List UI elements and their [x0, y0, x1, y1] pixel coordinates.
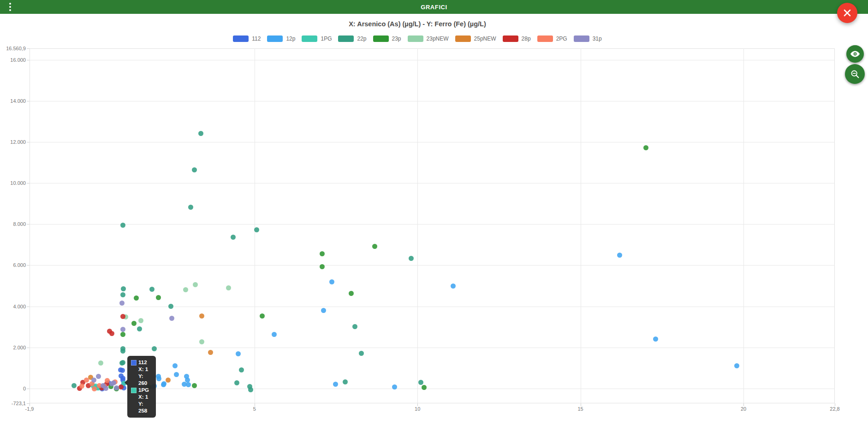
- data-point-112[interactable]: [119, 373, 124, 378]
- data-point-12p[interactable]: [392, 384, 397, 390]
- data-point-31p[interactable]: [119, 301, 125, 306]
- data-point-28p[interactable]: [109, 331, 114, 336]
- legend-label: 25pNEW: [474, 35, 496, 42]
- legend-item-12p[interactable]: 12p: [267, 35, 295, 42]
- data-point-22p[interactable]: [239, 367, 244, 372]
- data-point-22p[interactable]: [137, 326, 142, 331]
- tooltip-y-value: Y: 258: [131, 401, 152, 414]
- data-point-12p[interactable]: [236, 351, 241, 356]
- y-tick-mark: [27, 142, 30, 142]
- y-tick-mark: [27, 183, 30, 183]
- tooltip-series-row: 112: [131, 359, 152, 366]
- legend-label: 22p: [357, 35, 366, 42]
- x-tick-label: 5: [241, 406, 268, 412]
- data-point-23p[interactable]: [120, 332, 125, 337]
- header-bar: GRAFICI: [0, 0, 868, 14]
- tooltip-x-value: X: 1: [131, 366, 152, 373]
- legend-item-25pNEW[interactable]: 25pNEW: [455, 35, 496, 42]
- data-point-23pNEW[interactable]: [98, 360, 103, 366]
- data-point-31p[interactable]: [114, 385, 119, 390]
- data-point-22p[interactable]: [409, 256, 414, 261]
- data-point-22p[interactable]: [149, 287, 155, 292]
- data-point-12p[interactable]: [333, 382, 338, 387]
- y-tick-label: 16.000: [0, 57, 26, 63]
- y-tick-label: 2.000: [0, 345, 26, 350]
- y-tick-label: 10.000: [0, 180, 26, 186]
- data-point-23pNEW[interactable]: [199, 339, 204, 344]
- data-point-22p[interactable]: [120, 360, 125, 365]
- legend-item-22p[interactable]: 22p: [338, 35, 366, 42]
- zoom-out-button[interactable]: [845, 64, 865, 84]
- legend-label: 2PG: [556, 35, 567, 42]
- legend-swatch: [408, 35, 423, 42]
- y-tick-mark: [27, 101, 30, 101]
- data-point-12p[interactable]: [272, 332, 277, 337]
- data-point-23p[interactable]: [260, 313, 265, 319]
- legend-swatch: [233, 35, 249, 42]
- legend-item-2PG[interactable]: 2PG: [537, 35, 567, 42]
- data-point-12p[interactable]: [185, 378, 190, 383]
- show-hide-button[interactable]: [846, 45, 864, 63]
- data-point-23p[interactable]: [643, 145, 648, 150]
- tooltip-series-name: 1PG: [138, 387, 149, 394]
- data-point-12p[interactable]: [172, 363, 178, 368]
- x-tick-label: 15: [567, 406, 595, 412]
- horizontal-gridline: [30, 265, 835, 266]
- y-tick-label: 14.000: [0, 98, 26, 104]
- data-point-22p[interactable]: [192, 167, 197, 172]
- horizontal-gridline: [30, 348, 835, 348]
- data-point-22p[interactable]: [248, 387, 253, 392]
- legend-item-1PG[interactable]: 1PG: [302, 35, 332, 42]
- kebab-menu-button[interactable]: [5, 0, 16, 14]
- y-tick-label: 0: [0, 386, 26, 391]
- horizontal-gridline: [30, 142, 835, 142]
- plot-area[interactable]: [30, 48, 835, 403]
- legend-item-112[interactable]: 112: [233, 35, 261, 42]
- x-tick-label: -1,9: [16, 406, 43, 412]
- data-point-23p[interactable]: [349, 291, 354, 296]
- data-point-28p[interactable]: [120, 314, 125, 319]
- y-tick-mark: [27, 265, 30, 266]
- vertical-gridline: [255, 48, 255, 403]
- close-button[interactable]: [837, 3, 857, 23]
- vertical-gridline: [743, 48, 744, 403]
- data-point-23p[interactable]: [131, 321, 137, 326]
- legend-swatch: [455, 35, 471, 42]
- data-point-23p[interactable]: [422, 385, 427, 390]
- y-tick-mark: [27, 307, 30, 307]
- data-point-22p[interactable]: [121, 286, 126, 291]
- y-tick-label: 6.000: [0, 262, 26, 268]
- data-point-12p[interactable]: [174, 372, 179, 377]
- data-point-12p[interactable]: [617, 253, 622, 258]
- legend-swatch: [267, 35, 283, 42]
- data-point-22p[interactable]: [120, 292, 125, 297]
- chart-legend: 11212p1PG22p23p23pNEW25pNEW28p2PG31p: [0, 35, 835, 42]
- tooltip-series-row: 1PG: [131, 387, 152, 394]
- horizontal-gridline: [30, 60, 835, 60]
- data-point-23pNEW[interactable]: [226, 285, 231, 290]
- data-point-22p[interactable]: [359, 351, 364, 356]
- data-point-22p[interactable]: [198, 131, 203, 136]
- y-tick-mark: [27, 48, 30, 49]
- data-point-12p[interactable]: [653, 336, 658, 342]
- data-point-22p[interactable]: [152, 346, 157, 351]
- legend-item-23p[interactable]: 23p: [373, 35, 401, 42]
- legend-item-31p[interactable]: 31p: [574, 35, 602, 42]
- data-point-112[interactable]: [120, 368, 125, 373]
- legend-item-28p[interactable]: 28p: [503, 35, 531, 42]
- data-point-12p[interactable]: [321, 308, 326, 313]
- legend-swatch: [503, 35, 518, 42]
- legend-item-23pNEW[interactable]: 23pNEW: [408, 35, 449, 42]
- datapoint-tooltip: 112X: 1Y: 2601PGX: 1Y: 258: [127, 356, 156, 418]
- horizontal-gridline: [30, 307, 835, 307]
- tooltip-series-swatch: [131, 360, 137, 366]
- data-point-31p[interactable]: [120, 327, 125, 332]
- data-point-22p[interactable]: [231, 235, 236, 240]
- data-point-22p[interactable]: [120, 223, 125, 228]
- grafici-window: GRAFICI X: Arsenico (As) (µg/L) - Y: Fer…: [0, 0, 868, 425]
- tooltip-series-name: 112: [138, 359, 147, 366]
- tooltip-series-swatch: [131, 388, 137, 393]
- zoom-out-icon: [850, 69, 860, 79]
- legend-label: 31p: [593, 35, 602, 42]
- data-point-22p[interactable]: [168, 304, 173, 309]
